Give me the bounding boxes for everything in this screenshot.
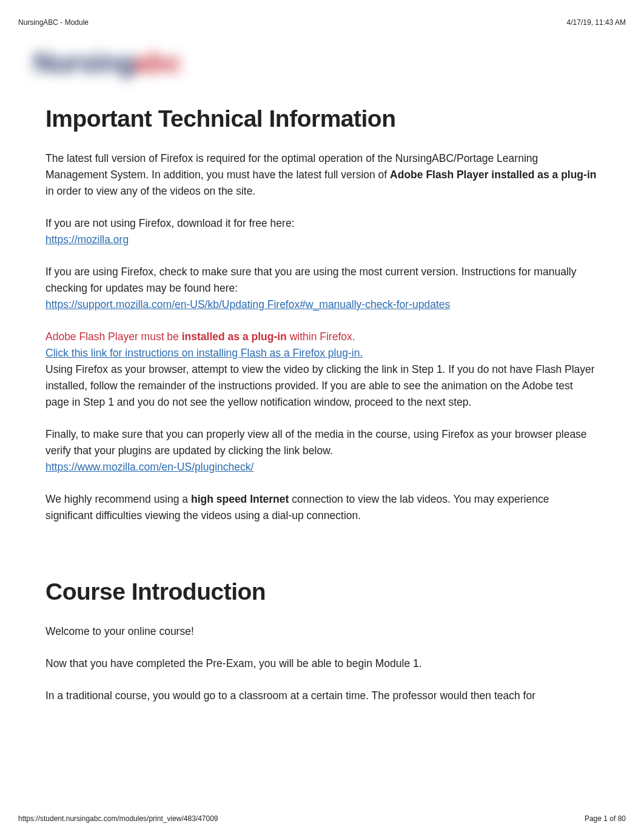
paragraph-check-version: If you are using Firefox, check to make … (45, 264, 599, 313)
section-heading-course-intro: Course Introduction (45, 578, 599, 605)
paragraph-traditional-course: In a traditional course, you would go to… (45, 688, 599, 704)
link-mozilla-support[interactable]: https://support.mozilla.com/en-US/kb/Upd… (45, 298, 450, 310)
section-heading-technical: Important Technical Information (45, 106, 599, 132)
paragraph-plugin-check: Finally, to make sure that you can prope… (45, 426, 599, 475)
paragraph-flash-plugin: Adobe Flash Player must be installed as … (45, 329, 599, 411)
logo-text-2: abc (133, 46, 181, 79)
paragraph-pre-exam: Now that you have completed the Pre-Exam… (45, 656, 599, 672)
paragraph-download-firefox: If you are not using Firefox, download i… (45, 215, 599, 248)
logo-text-1: Nursing (33, 46, 135, 79)
red-warning-text: Adobe Flash Player must be installed as … (45, 330, 355, 343)
bold-adobe-flash: Adobe Flash Player installed as a plug-i… (390, 169, 596, 181)
print-header: NursingABC - Module 4/17/19, 11:43 AM (18, 18, 626, 27)
link-mozilla-org[interactable]: https://mozilla.org (45, 233, 129, 246)
footer-url: https://student.nursingabc.com/modules/p… (18, 814, 218, 823)
paragraph-firefox-required: The latest full version of Firefox is re… (45, 150, 599, 200)
paragraph-welcome: Welcome to your online course! (45, 623, 599, 640)
footer-page-number: Page 1 of 80 (585, 814, 626, 823)
link-plugincheck[interactable]: https://www.mozilla.com/en-US/pluginchec… (45, 461, 253, 473)
header-left: NursingABC - Module (18, 18, 89, 27)
print-footer: https://student.nursingabc.com/modules/p… (18, 814, 626, 823)
logo: Nursing abc (27, 39, 626, 99)
bold-installed-plugin: installed as a plug-in (182, 330, 287, 343)
bold-high-speed: high speed Internet (191, 493, 289, 505)
header-right: 4/17/19, 11:43 AM (567, 18, 626, 27)
paragraph-high-speed: We highly recommend using a high speed I… (45, 491, 599, 524)
link-flash-instructions[interactable]: Click this link for instructions on inst… (45, 347, 363, 359)
